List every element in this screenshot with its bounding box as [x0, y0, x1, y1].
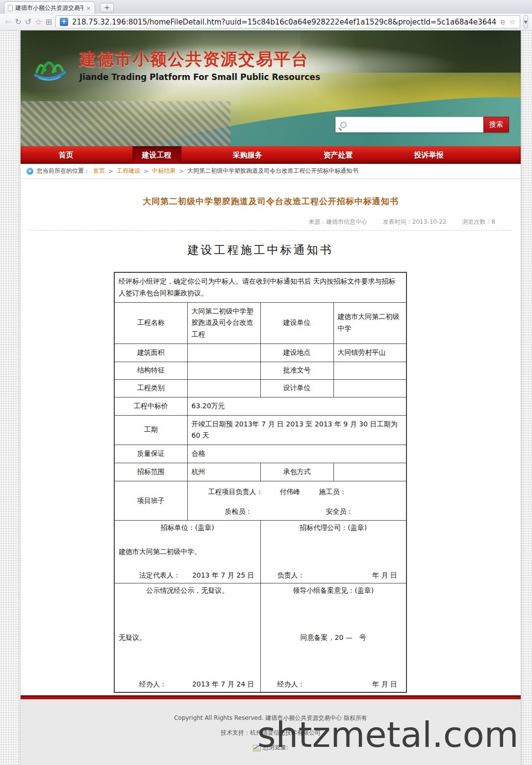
team-line1: 工程项目负责人： 付伟峰 施工员： — [192, 486, 403, 498]
undo-icon[interactable]: ↺ — [25, 16, 31, 28]
publicity-operator-label: 经办人： — [139, 680, 167, 689]
url-bar[interactable]: + 218.75.32.196:8015/homeFileDetail.htm?… — [55, 15, 520, 28]
url-text[interactable]: 218.75.32.196:8015/homeFileDetail.htm?uu… — [72, 18, 496, 26]
table-row: 招标范围 杭州 承包方式 — [114, 463, 406, 481]
team-leader-name: 付伟峰 — [280, 486, 301, 498]
duration-label: 工期 — [114, 415, 187, 445]
tab-strip: 建德市小额公共资源交易平 × + — [0, 0, 532, 14]
project-name-value: 大同第二初级中学塑胶跑道及司令台改造工程 — [187, 302, 260, 343]
meta-source: 来源：建德市信息中心 — [308, 218, 367, 225]
team-cell: 工程项目负责人： 付伟峰 施工员： 质检员： 安全员： — [187, 481, 406, 521]
copyright-text: Copyright All Rights Reserved. 建德市小额公共资源… — [21, 714, 521, 722]
page-container: 建德市小额公共资源交易平台 Jiande Trading Platform Fo… — [21, 30, 521, 765]
record-operator-label: 经办人： — [278, 680, 305, 689]
tech-support-label: 技术支持： — [221, 729, 250, 736]
table-row: 建筑面积 建设地点 大同镇劳村平山 — [114, 343, 406, 362]
notice-table: 经评标小组评定，确定你公司为中标人。请在收到中标通知书后 天内按招标文件要求与招… — [114, 272, 407, 693]
total-views-label: 总浏览量: — [263, 743, 288, 752]
publicity-date: 2013 年 7 月 24 日 — [192, 680, 254, 689]
tech-support-company: 杭州清普信息技术有限公司 — [250, 729, 321, 736]
breadcrumb-arrow-icon: » — [26, 168, 33, 175]
tender-unit-name: 建德市大同第二初级中学。 — [119, 548, 201, 556]
new-tab-button[interactable]: + — [100, 3, 114, 12]
main-nav: 首页 建设工程 采购服务 资产处置 投诉举报 — [21, 146, 521, 164]
breadcrumb-separator: > — [108, 168, 113, 175]
tech-support-line: 技术支持：杭州清普信息技术有限公司 — [21, 729, 521, 737]
quality-label: 质量保证 — [114, 445, 187, 463]
search-input[interactable] — [351, 117, 479, 132]
nav-item-procurement[interactable]: 采购服务 — [202, 146, 293, 164]
document-title: 建设工程施工中标通知书 — [114, 242, 407, 257]
design-unit-value — [333, 379, 406, 397]
legal-rep-label: 法定代表人： — [139, 571, 180, 580]
back-icon[interactable]: ← — [5, 16, 11, 28]
site-shield-icon: + — [60, 18, 68, 26]
footer-red-divider — [21, 695, 521, 699]
breadcrumb-link-results[interactable]: 中标结果 — [152, 167, 176, 175]
browser-toolbar: ← ↻ ↺ ☆ ⊞ + 218.75.32.196:8015/homeFileD… — [0, 14, 532, 30]
table-row-signatures-1: 招标单位：(盖章) 建德市大同第二初级中学。 法定代表人： 2013 年 7 月… — [114, 521, 406, 583]
location-label: 建设地点 — [260, 343, 333, 362]
site-subtitle: Jiande Trading Platform For Small Public… — [79, 72, 320, 82]
stats-chart-icon — [253, 744, 261, 751]
url-dropdown-button[interactable]: ▼ — [524, 15, 528, 28]
nav-link-construction[interactable]: 建设工程 — [132, 146, 181, 164]
meta-views-value: 8 — [491, 218, 495, 225]
meta-source-label: 来源： — [308, 218, 326, 225]
nav-link-home[interactable]: 首页 — [49, 146, 83, 164]
tab-title: 建德市小额公共资源交易平 — [15, 4, 83, 12]
team-leader-label: 工程项目负责人： — [208, 486, 263, 498]
close-tab-icon[interactable]: × — [86, 5, 91, 11]
category-value — [187, 379, 260, 397]
breadcrumb-current: 大同第二初级中学塑胶跑道及司令台改造工程公开招标中标通知书 — [187, 167, 358, 175]
scope-value: 杭州 — [187, 463, 260, 481]
nav-item-assets[interactable]: 资产处置 — [293, 146, 383, 164]
project-name-label: 工程名称 — [114, 302, 187, 343]
browser-tab[interactable]: 建德市小额公共资源交易平 × — [4, 1, 95, 14]
breadcrumb-link-construction[interactable]: 工程建设 — [117, 167, 140, 175]
search-field-wrap — [335, 117, 483, 132]
meta-views: 浏览次数：8 — [462, 218, 495, 225]
breadcrumb-link-home[interactable]: 首页 — [93, 167, 105, 175]
nav-item-construction[interactable]: 建设工程 — [111, 146, 202, 164]
table-row: 工程名称 大同第二初级中学塑胶跑道及司令台改造工程 建设单位 建德市大同第二初级… — [114, 302, 406, 343]
design-unit-label: 设计单位 — [260, 379, 333, 397]
tender-unit-cell: 招标单位：(盖章) 建德市大同第二初级中学。 法定代表人： 2013 年 7 月… — [114, 521, 260, 583]
page-footer: Copyright All Rights Reserved. 建德市小额公共资源… — [21, 699, 521, 765]
search-button[interactable]: 搜索 — [483, 117, 509, 132]
table-row: 工期 开竣工日期预 2013年 7 月 日 2013 至 2013 年 9 月 … — [114, 415, 406, 445]
meta-source-value: 建德市信息中心 — [326, 218, 367, 225]
record-title: 领导小组备案意见：(盖章) — [265, 586, 403, 595]
breadcrumb-separator: > — [144, 168, 149, 175]
table-row-intro: 经评标小组评定，确定你公司为中标人。请在收到中标通知书后 天内按招标文件要求与招… — [114, 272, 406, 302]
nav-item-home[interactable]: 首页 — [21, 146, 111, 164]
quality-value: 合格 — [187, 445, 406, 463]
category-label: 工程类别 — [114, 379, 187, 397]
team-safety-label: 安全员： — [326, 506, 354, 518]
refresh-icon[interactable]: ↻ — [15, 16, 21, 28]
favorite-star-icon[interactable]: ☆ — [509, 18, 515, 26]
nav-link-complaints[interactable]: 投诉举报 — [405, 146, 454, 164]
nav-link-procurement[interactable]: 采购服务 — [223, 146, 272, 164]
team-line2: 质检员： 安全员： — [192, 506, 403, 518]
breadcrumb-separator: > — [179, 168, 184, 175]
nav-item-complaints[interactable]: 投诉举报 — [383, 146, 474, 164]
publicity-note: 无疑议。 — [119, 633, 146, 642]
site-logo: 建德市小额公共资源交易平台 Jiande Trading Platform Fo… — [33, 48, 320, 82]
bookmark-star-icon[interactable]: ☆ — [35, 16, 42, 28]
tender-unit-title: 招标单位：(盖章) — [119, 524, 256, 532]
compatibility-ie-icon[interactable]: e — [500, 17, 505, 26]
nav-link-assets[interactable]: 资产处置 — [314, 146, 363, 164]
scope-label: 招标范围 — [114, 463, 187, 481]
apps-grid-icon[interactable]: ⊞ — [46, 16, 52, 28]
article-content: 大同第二初级中学塑胶跑道及司令台改造工程公开招标中标通知书 来源：建德市信息中心… — [21, 179, 521, 695]
approval-label: 批准文号 — [260, 362, 333, 379]
publicity-cell: 公示情况经公示，无疑议。 无疑议。 经办人： 2013 年 7 月 24 日 — [114, 583, 260, 692]
area-label: 建筑面积 — [114, 343, 187, 362]
build-unit-value: 建德市大同第二初级中学 — [333, 302, 406, 343]
banner-photo: 建德市小额公共资源交易平台 Jiande Trading Platform Fo… — [21, 30, 521, 146]
article-meta: 来源：建德市信息中心 发表时间：2013-10-22 浏览次数：8 — [21, 218, 521, 226]
contract-value — [333, 463, 406, 481]
page-title: 大同第二初级中学塑胶跑道及司令台改造工程公开招标中标通知书 — [21, 196, 521, 207]
table-row: 工程类别 设计单位 — [114, 379, 406, 397]
